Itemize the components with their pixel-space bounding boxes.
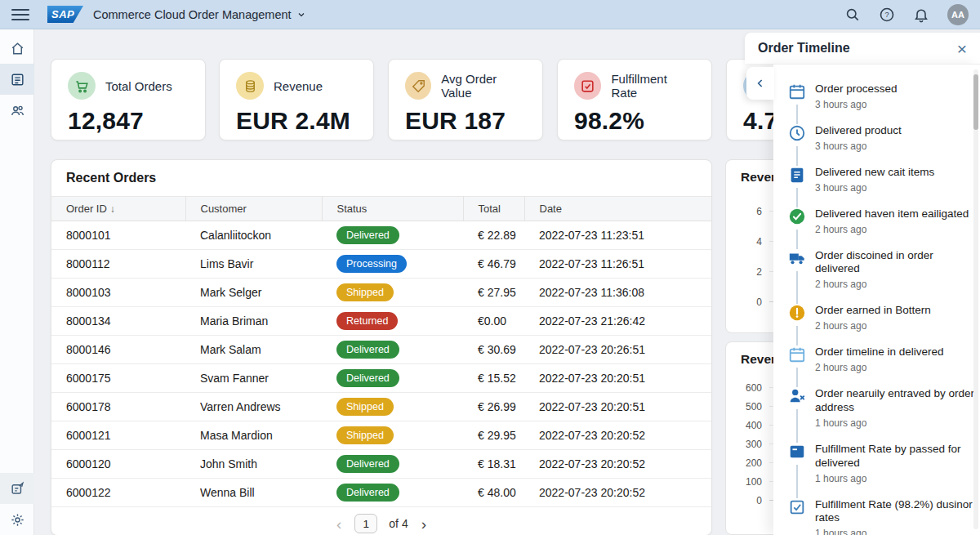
y-tick-label: 500 [741, 401, 762, 412]
total-cell: € 15.52 [463, 364, 524, 393]
window-icon [788, 443, 806, 461]
scrollbar-track[interactable] [973, 69, 978, 529]
y-tick-label: 300 [741, 439, 762, 450]
collapse-panel-button[interactable] [746, 67, 774, 100]
app-title-dropdown[interactable]: Commerce Cloud Order Management [93, 8, 306, 21]
sidebar-item-settings[interactable] [0, 504, 34, 535]
check-circle-icon [788, 207, 806, 225]
column-header-total[interactable]: Total [463, 197, 524, 221]
table-row[interactable]: 8000112 Lims Bavir Processing € 46.79 20… [51, 250, 711, 279]
y-tick-label: 0 [741, 296, 762, 308]
status-badge: Shipped [336, 398, 394, 416]
current-page-box[interactable]: 1 [354, 514, 377, 533]
timeline-item-time: 3 hours ago [815, 99, 978, 110]
table-row[interactable]: 8000103 Mark Selger Shipped € 27.95 2022… [51, 279, 711, 307]
total-cell: € 30.69 [463, 336, 524, 364]
kpi-label: Total Orders [105, 79, 172, 93]
y-tick-label: 400 [741, 420, 762, 431]
timeline-item-title: Order nearuily entraved by order address [815, 387, 978, 415]
checkbox-icon [574, 72, 601, 100]
date-cell: 2022-07-23 11:36:08 [524, 279, 711, 307]
timeline-item-time: 1 hours ago [815, 417, 978, 429]
timeline-item-title: Order discoined in order delivered [815, 249, 978, 277]
timeline-item-title: Delivered haven item eailigated [815, 207, 978, 221]
sidebar-item-orders[interactable] [0, 64, 34, 95]
sidebar-item-customers[interactable] [0, 95, 34, 126]
top-bar: SAP Commerce Cloud Order Management ? AA [0, 0, 980, 29]
y-tick-label: 200 [741, 457, 762, 469]
status-badge: Delivered [336, 341, 399, 359]
timeline-item: Delivered product 3 hours ago [788, 124, 980, 166]
timeline-item: Order processed 3 hours ago [788, 82, 980, 124]
search-icon[interactable] [844, 7, 861, 23]
calendar-icon [788, 82, 806, 100]
status-badge: Delivered [336, 484, 399, 502]
clipboard-icon [788, 166, 806, 184]
report-edit-icon [10, 481, 25, 497]
customer-cell: Maria Briman [185, 307, 322, 336]
table-row[interactable]: 6000120 John Smith Delivered € 18.31 202… [51, 450, 711, 479]
sidebar-item-reports[interactable] [0, 473, 34, 504]
status-badge: Shipped [336, 426, 394, 444]
order-id-cell: 6000175 [51, 364, 185, 393]
scrollbar-thumb[interactable] [973, 74, 978, 130]
close-icon[interactable]: × [957, 40, 967, 57]
menu-icon[interactable] [11, 6, 29, 24]
column-header-status[interactable]: Status [322, 197, 463, 221]
total-cell: € 46.79 [463, 250, 524, 279]
y-tick-label: 600 [741, 382, 762, 394]
help-icon[interactable]: ? [879, 7, 895, 23]
bell-icon[interactable] [913, 7, 929, 23]
table-row[interactable]: 8000134 Maria Briman Returned €0.00 2022… [51, 307, 711, 336]
clock-icon [788, 124, 806, 142]
recent-orders-card: Recent Orders Order ID↓ Customer Status … [51, 159, 712, 535]
order-id-cell: 6000178 [51, 393, 185, 421]
timeline-item: Order timeline in delivered 2 hours ago [788, 346, 980, 387]
table-row[interactable]: 6000121 Masa Mardion Shipped € 29.95 202… [51, 421, 711, 450]
order-id-cell: 8000134 [51, 307, 185, 336]
column-header-date[interactable]: Date [524, 197, 711, 221]
customer-cell: Calanliitockon [185, 221, 322, 250]
status-badge: Processing [336, 255, 407, 273]
table-row[interactable]: 8000146 Mark Salam Delivered € 30.69 202… [51, 336, 711, 364]
customer-cell: Masa Mardion [185, 421, 322, 450]
date-cell: 2022-07-23 20:20:51 [524, 364, 711, 393]
kpi-value: 12,847 [68, 107, 189, 135]
kpi-label: Avg Order Value [441, 72, 526, 100]
customer-cell: Varren Andrews [185, 393, 322, 421]
alert-icon [788, 304, 806, 322]
checkbox-icon [788, 498, 806, 516]
timeline-item: Order nearuily entraved by order address… [788, 387, 980, 443]
timeline-item-title: Order earned in Bottern [815, 304, 978, 318]
column-header-order-id[interactable]: Order ID↓ [51, 197, 185, 221]
status-badge: Returned [336, 312, 398, 330]
kpi-card-avg-order-value: Avg Order Value EUR 187 [388, 59, 543, 140]
customer-cell: Lims Bavir [185, 250, 322, 279]
svg-text:?: ? [884, 11, 889, 19]
table-row[interactable]: 8000101 Calanliitockon Delivered € 22.89… [51, 221, 711, 250]
y-tick-label: 6 [741, 206, 762, 217]
date-cell: 2022-07-23 21:26:42 [524, 307, 711, 336]
date-cell: 2022-07-23 20:20:52 [524, 450, 711, 479]
table-row[interactable]: 6000178 Varren Andrews Shipped € 26.99 2… [51, 393, 711, 421]
timeline-item-time: 1 hours ago [815, 528, 978, 535]
orders-icon [10, 72, 25, 87]
calendar-light-icon [788, 346, 806, 363]
avatar[interactable]: AA [947, 4, 969, 25]
customer-cell: Svam Fanner [185, 364, 322, 393]
timeline-item: Order earned in Bottern 2 hours ago [788, 304, 980, 346]
order-id-cell: 6000121 [51, 421, 185, 450]
prev-page-button[interactable]: ‹ [335, 516, 343, 532]
chevron-down-icon [296, 10, 306, 20]
next-page-button[interactable]: › [420, 516, 428, 532]
total-cell: € 18.31 [463, 450, 524, 479]
date-cell: 2022-07-23 20:20:52 [524, 421, 711, 450]
column-header-customer[interactable]: Customer [185, 197, 322, 221]
recent-orders-title: Recent Orders [51, 160, 711, 196]
total-cell: € 27.95 [463, 279, 524, 307]
kpi-value: EUR 2.4M [236, 107, 357, 135]
table-row[interactable]: 6000122 Wenna Bill Delivered € 48.00 202… [51, 479, 711, 507]
sidebar-item-home[interactable] [0, 33, 34, 64]
y-tick-label: 2 [741, 266, 762, 278]
table-row[interactable]: 6000175 Svam Fanner Delivered € 15.52 20… [51, 364, 711, 393]
